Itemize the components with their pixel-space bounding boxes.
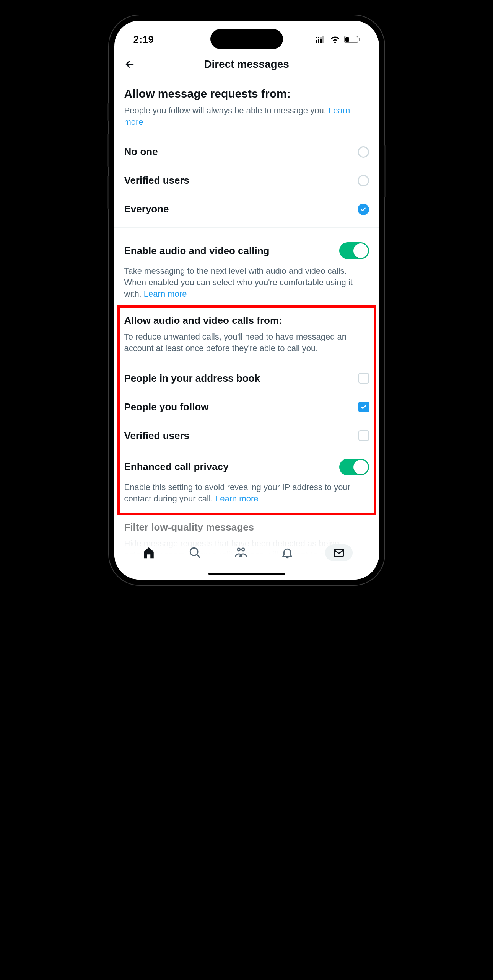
check-icon: [360, 206, 366, 212]
search-icon: [189, 546, 202, 559]
section-allow-calls-subtitle: To reduce unwanted calls, you'll need to…: [124, 331, 369, 354]
checkbox-icon: [358, 373, 369, 384]
side-button: [107, 103, 109, 121]
svg-rect-9: [345, 37, 349, 42]
calling-description: Take messaging to the next level with au…: [124, 265, 369, 299]
privacy-description: Enable this setting to avoid revealing y…: [124, 482, 369, 504]
tab-messages[interactable]: [325, 544, 353, 561]
section-enable-calling: Enable audio and video calling Take mess…: [114, 227, 379, 299]
radio-label: Verified users: [124, 175, 190, 186]
svg-rect-3: [322, 36, 324, 43]
checkbox-option-address-book[interactable]: People in your address book: [124, 364, 369, 393]
toggle-label: Enable audio and video calling: [124, 245, 270, 257]
side-button: [384, 145, 386, 197]
content: Allow message requests from: People you …: [114, 87, 379, 515]
tab-home[interactable]: [140, 544, 157, 561]
home-icon: [142, 546, 155, 559]
radio-label: No one: [124, 146, 158, 158]
checkbox-option-people-you-follow[interactable]: People you follow: [124, 393, 369, 421]
screen: 2:19: [114, 21, 379, 580]
highlighted-calls-section: Allow audio and video calls from: To red…: [117, 305, 376, 515]
radio-icon: [358, 146, 369, 158]
status-time: 2:19: [133, 34, 154, 46]
checkbox-group-calls: People in your address book People you f…: [124, 364, 369, 504]
radio-group-requests: No one Verified users Everyone: [124, 137, 369, 224]
section-allow-requests-title: Allow message requests from:: [124, 87, 369, 100]
page-title: Direct messages: [204, 58, 289, 70]
section-allow-calls-title: Allow audio and video calls from:: [124, 315, 369, 327]
svg-point-11: [190, 548, 198, 555]
section-allow-requests-subtitle: People you follow will always be able to…: [124, 105, 369, 127]
tab-notifications[interactable]: [279, 544, 296, 561]
radio-label: Everyone: [124, 203, 169, 215]
radio-option-everyone[interactable]: Everyone: [124, 195, 369, 224]
checkbox-label: People in your address book: [124, 372, 260, 384]
filter-title: Filter low-quality messages: [124, 521, 369, 533]
svg-point-12: [238, 548, 240, 551]
radio-option-verified-users[interactable]: Verified users: [124, 166, 369, 195]
svg-rect-1: [318, 39, 319, 43]
svg-point-6: [318, 37, 319, 38]
back-button[interactable]: [122, 57, 137, 72]
status-icons: [316, 36, 360, 43]
radio-icon: [358, 175, 369, 186]
cellular-icon: [316, 36, 326, 43]
bell-icon: [281, 546, 294, 559]
checkbox-icon: [358, 430, 369, 441]
toggle-row-enhanced-privacy[interactable]: Enhanced call privacy: [124, 450, 369, 484]
subtitle-text: People you follow will always be able to…: [124, 106, 329, 115]
home-indicator[interactable]: [208, 573, 285, 575]
svg-rect-0: [316, 40, 317, 43]
side-button: [107, 134, 109, 167]
svg-rect-4: [320, 39, 322, 43]
radio-option-no-one[interactable]: No one: [124, 137, 369, 166]
learn-more-link[interactable]: Learn more: [144, 289, 187, 299]
arrow-left-icon: [124, 59, 135, 70]
toggle-label: Enhanced call privacy: [124, 461, 229, 473]
toggle-switch[interactable]: [339, 242, 369, 259]
wifi-icon: [330, 36, 340, 43]
mail-icon: [333, 547, 345, 559]
tab-search[interactable]: [187, 544, 203, 561]
learn-more-link[interactable]: Learn more: [215, 494, 259, 503]
svg-rect-10: [359, 38, 360, 41]
checkbox-label: Verified users: [124, 430, 190, 442]
toggle-switch[interactable]: [339, 459, 369, 475]
tab-communities[interactable]: [233, 544, 249, 561]
checkbox-option-verified-users[interactable]: Verified users: [124, 421, 369, 450]
battery-icon: [344, 36, 360, 43]
toggle-row-enable-calling[interactable]: Enable audio and video calling: [124, 242, 369, 268]
people-icon: [234, 546, 248, 559]
nav-header: Direct messages: [114, 51, 379, 80]
svg-point-5: [316, 37, 317, 38]
radio-icon-selected: [358, 204, 369, 215]
dynamic-island: [210, 29, 283, 49]
checkbox-icon-checked: [358, 402, 369, 412]
svg-point-13: [242, 548, 245, 551]
side-button: [107, 176, 109, 209]
check-icon: [360, 403, 367, 410]
phone-frame: 2:19: [109, 15, 384, 585]
checkbox-label: People you follow: [124, 401, 209, 413]
